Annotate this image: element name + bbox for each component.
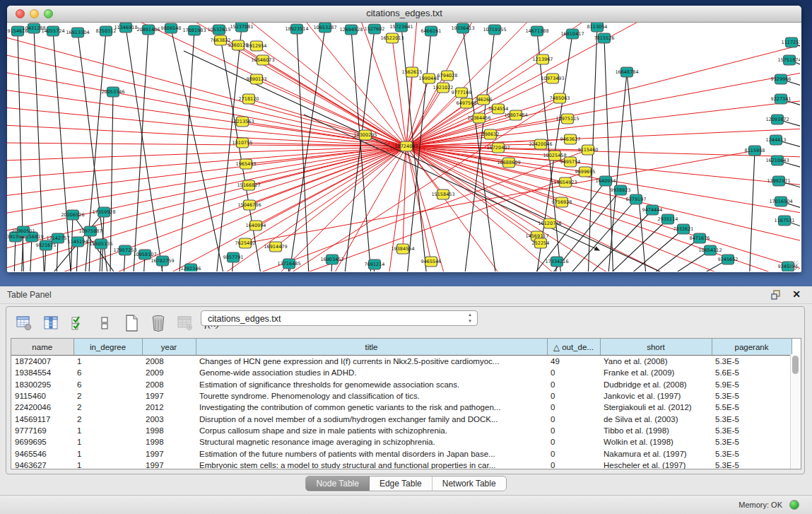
- delete-column-button[interactable]: [149, 314, 167, 332]
- graph-edge[interactable]: [604, 38, 615, 271]
- network-window-titlebar[interactable]: citations_edges.txt: [7, 6, 801, 23]
- graph-node-label: 9777169: [452, 90, 472, 95]
- tab-node-table[interactable]: Node Table: [306, 477, 370, 491]
- window-resize-grip[interactable]: [789, 261, 799, 270]
- graph-edge[interactable]: [257, 79, 406, 146]
- float-window-icon[interactable]: [771, 290, 781, 300]
- toggle-rows-button[interactable]: [95, 314, 114, 332]
- graph-edge[interactable]: [7, 146, 406, 214]
- graph-node-label: 12093872: [765, 117, 789, 122]
- memory-indicator[interactable]: [789, 500, 799, 510]
- graph-edge[interactable]: [126, 28, 170, 271]
- graph-node-label: 20360501: [11, 228, 35, 234]
- row-selection-button[interactable]: [69, 314, 87, 332]
- graph-node-label: 12694528: [339, 27, 363, 33]
- graph-node-label: 10807484: [504, 112, 527, 118]
- table-cell: Structural magnetic resonance image aver…: [196, 436, 547, 448]
- graph-node-label: 9360128: [228, 42, 249, 48]
- graph-edge[interactable]: [7, 54, 406, 146]
- column-header-name[interactable]: name: [11, 339, 73, 356]
- new-column-button[interactable]: [122, 314, 141, 332]
- table-cell: Tourette syndrome. Phenomenology and cla…: [196, 390, 547, 402]
- table-row[interactable]: 1938455462009Genome-wide association stu…: [11, 367, 792, 378]
- column-header-title[interactable]: title: [196, 339, 547, 356]
- graph-edge[interactable]: [7, 72, 406, 146]
- column-header-year[interactable]: year: [142, 339, 196, 356]
- table-row[interactable]: 2242004622012Investigating the contribut…: [11, 402, 792, 413]
- graph-node-label: 10975887: [78, 228, 102, 234]
- graph-edge[interactable]: [219, 30, 269, 271]
- tab-network-table[interactable]: Network Table: [433, 477, 506, 491]
- table-options-button[interactable]: [15, 314, 33, 332]
- graph-node-label: 1810755: [233, 140, 253, 146]
- graph-edge[interactable]: [134, 150, 588, 271]
- graph-node-label: 746266: [475, 97, 493, 103]
- table-cell: Tibbo et al. (1998): [600, 425, 712, 436]
- graph-edge[interactable]: [406, 146, 445, 271]
- graph-edge[interactable]: [7, 107, 406, 146]
- table-cell: Dudbridge et al. (2008): [600, 379, 712, 390]
- graph-edge[interactable]: [594, 238, 700, 271]
- graph-edge[interactable]: [562, 219, 668, 271]
- table-tabs-segment: Node Table Edge Table Network Table: [305, 476, 506, 491]
- table-selector-dropdown[interactable]: citations_edges.txt ▲▼: [201, 310, 478, 326]
- table-row[interactable]: 977716911998Corpus callosum shape and si…: [11, 425, 792, 436]
- graph-edge[interactable]: [7, 146, 406, 178]
- graph-edge[interactable]: [247, 23, 406, 146]
- graph-edge[interactable]: [577, 229, 683, 271]
- graph-node-label: 10532615: [207, 27, 230, 33]
- graph-edge[interactable]: [406, 146, 784, 271]
- column-header-pagerank[interactable]: pagerank: [712, 339, 792, 356]
- network-canvas[interactable]: 1872400716522013156261519904486794028192…: [7, 23, 800, 271]
- column-header-out_de[interactable]: △ out_de...: [547, 339, 600, 356]
- table-row[interactable]: 1456911722003Disruption of a novel membe…: [11, 413, 792, 424]
- table-row[interactable]: 969969511998Structural magnetic resonanc…: [11, 436, 792, 448]
- graph-node-label: 1640994: [246, 223, 266, 228]
- table-cell: Corpus callosum shape and size in male p…: [196, 425, 547, 436]
- graph-node-label: 16914479: [264, 244, 287, 250]
- graph-node-label: 3624554: [488, 106, 509, 112]
- graph-node-label: 20891406: [136, 27, 160, 33]
- table-cell: 5.3E-5: [712, 448, 792, 459]
- column-header-short[interactable]: short: [600, 339, 712, 356]
- table-row[interactable]: 911546021997Tourette syndrome. Phenomeno…: [11, 390, 792, 402]
- scrollbar-thumb[interactable]: [792, 356, 799, 374]
- table-row[interactable]: 946362711997Embryonic stem cells: a mode…: [11, 460, 792, 469]
- graph-edge[interactable]: [131, 30, 148, 271]
- table-cell: 5.3E-5: [712, 413, 792, 424]
- window-title: citations_edges.txt: [7, 8, 801, 18]
- table-cell: 49: [547, 356, 600, 368]
- graph-node-label: 1990448: [419, 76, 440, 81]
- graph-edge[interactable]: [406, 72, 800, 146]
- graph-node-label: 13992971: [767, 178, 790, 184]
- table-cell: 9115460: [11, 390, 73, 402]
- close-panel-icon[interactable]: ✕: [792, 288, 801, 300]
- delete-table-button[interactable]: [176, 314, 194, 332]
- graph-edge[interactable]: [604, 72, 627, 271]
- graph-node-label: 7832621: [673, 226, 694, 232]
- table-cell: 1998: [142, 425, 196, 436]
- graph-edge[interactable]: [249, 146, 406, 185]
- graph-edge[interactable]: [220, 40, 406, 146]
- graph-node-label: 15751874: [777, 57, 800, 63]
- graph-edge[interactable]: [212, 27, 242, 271]
- show-columns-button[interactable]: [42, 314, 60, 332]
- table-cell: 5.3E-5: [712, 390, 792, 402]
- graph-node-label: 16210643: [765, 158, 789, 163]
- table-row[interactable]: 1830029562008Estimation of significance …: [11, 379, 792, 390]
- table-row[interactable]: 1872400712008Changes of HCN gene express…: [11, 356, 792, 368]
- graph-edge[interactable]: [257, 46, 406, 146]
- graph-node-label: 16522013: [380, 35, 404, 41]
- tab-edge-table[interactable]: Edge Table: [370, 477, 433, 491]
- table-cell: Embryonic stem cells: a model to study s…: [196, 460, 547, 469]
- graph-edge[interactable]: [7, 146, 406, 269]
- graph-edge[interactable]: [406, 103, 466, 146]
- table-cell: 2: [73, 413, 142, 424]
- table-cell: Franke et al. (2009): [600, 367, 712, 378]
- graph-edge[interactable]: [406, 146, 800, 270]
- table-scrollbar[interactable]: [790, 354, 801, 469]
- table-row[interactable]: 946554611997Estimation of the future num…: [11, 448, 792, 459]
- table-cell: Genome-wide association studies in ADHD.: [196, 367, 547, 378]
- column-header-in_degree[interactable]: in_degree: [73, 339, 142, 356]
- table-cell: 0: [547, 436, 600, 448]
